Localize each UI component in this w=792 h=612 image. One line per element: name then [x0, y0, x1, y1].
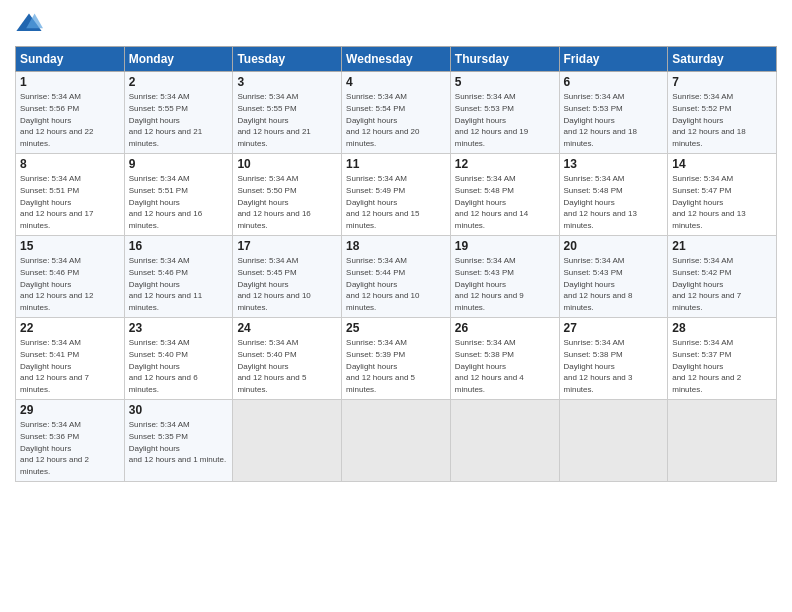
weekday-header-row: SundayMondayTuesdayWednesdayThursdayFrid…: [16, 47, 777, 72]
calendar-cell: 13 Sunrise: 5:34 AMSunset: 5:48 PMDaylig…: [559, 153, 668, 235]
day-number: 21: [672, 239, 772, 253]
header: [15, 10, 777, 38]
day-number: 11: [346, 157, 446, 171]
day-detail: Sunrise: 5:34 AMSunset: 5:48 PMDaylight …: [564, 174, 637, 230]
calendar-cell: 20 Sunrise: 5:34 AMSunset: 5:43 PMDaylig…: [559, 235, 668, 317]
day-number: 14: [672, 157, 772, 171]
day-detail: Sunrise: 5:34 AMSunset: 5:36 PMDaylight …: [20, 420, 89, 476]
day-number: 1: [20, 75, 120, 89]
day-detail: Sunrise: 5:34 AMSunset: 5:40 PMDaylight …: [129, 338, 198, 394]
day-number: 23: [129, 321, 229, 335]
calendar-cell: 27 Sunrise: 5:34 AMSunset: 5:38 PMDaylig…: [559, 317, 668, 399]
day-number: 29: [20, 403, 120, 417]
calendar-cell: 4 Sunrise: 5:34 AMSunset: 5:54 PMDayligh…: [342, 72, 451, 154]
calendar-cell: 19 Sunrise: 5:34 AMSunset: 5:43 PMDaylig…: [450, 235, 559, 317]
day-detail: Sunrise: 5:34 AMSunset: 5:45 PMDaylight …: [237, 256, 310, 312]
calendar-cell: 25 Sunrise: 5:34 AMSunset: 5:39 PMDaylig…: [342, 317, 451, 399]
calendar-week-row: 1 Sunrise: 5:34 AMSunset: 5:56 PMDayligh…: [16, 72, 777, 154]
day-detail: Sunrise: 5:34 AMSunset: 5:55 PMDaylight …: [129, 92, 202, 148]
calendar-cell: 21 Sunrise: 5:34 AMSunset: 5:42 PMDaylig…: [668, 235, 777, 317]
calendar-cell: [668, 399, 777, 481]
weekday-header: Saturday: [668, 47, 777, 72]
weekday-header: Monday: [124, 47, 233, 72]
calendar-cell: [559, 399, 668, 481]
day-detail: Sunrise: 5:34 AMSunset: 5:44 PMDaylight …: [346, 256, 419, 312]
calendar-week-row: 29 Sunrise: 5:34 AMSunset: 5:36 PMDaylig…: [16, 399, 777, 481]
day-detail: Sunrise: 5:34 AMSunset: 5:35 PMDaylight …: [129, 420, 226, 464]
calendar-cell: 22 Sunrise: 5:34 AMSunset: 5:41 PMDaylig…: [16, 317, 125, 399]
day-detail: Sunrise: 5:34 AMSunset: 5:51 PMDaylight …: [20, 174, 93, 230]
day-number: 28: [672, 321, 772, 335]
weekday-header: Sunday: [16, 47, 125, 72]
calendar-cell: 12 Sunrise: 5:34 AMSunset: 5:48 PMDaylig…: [450, 153, 559, 235]
day-number: 3: [237, 75, 337, 89]
day-detail: Sunrise: 5:34 AMSunset: 5:46 PMDaylight …: [20, 256, 93, 312]
calendar-cell: 28 Sunrise: 5:34 AMSunset: 5:37 PMDaylig…: [668, 317, 777, 399]
calendar-cell: 6 Sunrise: 5:34 AMSunset: 5:53 PMDayligh…: [559, 72, 668, 154]
day-number: 30: [129, 403, 229, 417]
day-detail: Sunrise: 5:34 AMSunset: 5:38 PMDaylight …: [455, 338, 524, 394]
calendar-cell: 15 Sunrise: 5:34 AMSunset: 5:46 PMDaylig…: [16, 235, 125, 317]
calendar-cell: 3 Sunrise: 5:34 AMSunset: 5:55 PMDayligh…: [233, 72, 342, 154]
day-detail: Sunrise: 5:34 AMSunset: 5:49 PMDaylight …: [346, 174, 419, 230]
calendar-cell: [450, 399, 559, 481]
calendar-cell: 1 Sunrise: 5:34 AMSunset: 5:56 PMDayligh…: [16, 72, 125, 154]
calendar-cell: [342, 399, 451, 481]
weekday-header: Tuesday: [233, 47, 342, 72]
day-number: 10: [237, 157, 337, 171]
day-detail: Sunrise: 5:34 AMSunset: 5:43 PMDaylight …: [564, 256, 633, 312]
weekday-header: Friday: [559, 47, 668, 72]
logo: [15, 10, 47, 38]
day-number: 25: [346, 321, 446, 335]
calendar-cell: 26 Sunrise: 5:34 AMSunset: 5:38 PMDaylig…: [450, 317, 559, 399]
day-number: 17: [237, 239, 337, 253]
calendar-cell: 7 Sunrise: 5:34 AMSunset: 5:52 PMDayligh…: [668, 72, 777, 154]
calendar-cell: 30 Sunrise: 5:34 AMSunset: 5:35 PMDaylig…: [124, 399, 233, 481]
calendar-cell: 18 Sunrise: 5:34 AMSunset: 5:44 PMDaylig…: [342, 235, 451, 317]
day-detail: Sunrise: 5:34 AMSunset: 5:48 PMDaylight …: [455, 174, 528, 230]
calendar-cell: 11 Sunrise: 5:34 AMSunset: 5:49 PMDaylig…: [342, 153, 451, 235]
day-detail: Sunrise: 5:34 AMSunset: 5:42 PMDaylight …: [672, 256, 741, 312]
day-detail: Sunrise: 5:34 AMSunset: 5:41 PMDaylight …: [20, 338, 89, 394]
day-number: 26: [455, 321, 555, 335]
day-number: 18: [346, 239, 446, 253]
weekday-header: Wednesday: [342, 47, 451, 72]
day-number: 24: [237, 321, 337, 335]
day-number: 12: [455, 157, 555, 171]
day-detail: Sunrise: 5:34 AMSunset: 5:55 PMDaylight …: [237, 92, 310, 148]
calendar-cell: 14 Sunrise: 5:34 AMSunset: 5:47 PMDaylig…: [668, 153, 777, 235]
calendar-week-row: 22 Sunrise: 5:34 AMSunset: 5:41 PMDaylig…: [16, 317, 777, 399]
day-number: 27: [564, 321, 664, 335]
day-detail: Sunrise: 5:34 AMSunset: 5:51 PMDaylight …: [129, 174, 202, 230]
calendar-cell: 5 Sunrise: 5:34 AMSunset: 5:53 PMDayligh…: [450, 72, 559, 154]
day-number: 19: [455, 239, 555, 253]
calendar-cell: 23 Sunrise: 5:34 AMSunset: 5:40 PMDaylig…: [124, 317, 233, 399]
day-number: 9: [129, 157, 229, 171]
day-number: 2: [129, 75, 229, 89]
day-number: 8: [20, 157, 120, 171]
day-number: 4: [346, 75, 446, 89]
calendar-cell: 17 Sunrise: 5:34 AMSunset: 5:45 PMDaylig…: [233, 235, 342, 317]
day-number: 15: [20, 239, 120, 253]
day-number: 13: [564, 157, 664, 171]
day-detail: Sunrise: 5:34 AMSunset: 5:52 PMDaylight …: [672, 92, 745, 148]
day-detail: Sunrise: 5:34 AMSunset: 5:53 PMDaylight …: [455, 92, 528, 148]
day-detail: Sunrise: 5:34 AMSunset: 5:46 PMDaylight …: [129, 256, 202, 312]
calendar-cell: 8 Sunrise: 5:34 AMSunset: 5:51 PMDayligh…: [16, 153, 125, 235]
day-detail: Sunrise: 5:34 AMSunset: 5:53 PMDaylight …: [564, 92, 637, 148]
calendar-cell: 16 Sunrise: 5:34 AMSunset: 5:46 PMDaylig…: [124, 235, 233, 317]
calendar-cell: 24 Sunrise: 5:34 AMSunset: 5:40 PMDaylig…: [233, 317, 342, 399]
day-number: 5: [455, 75, 555, 89]
day-number: 16: [129, 239, 229, 253]
day-detail: Sunrise: 5:34 AMSunset: 5:37 PMDaylight …: [672, 338, 741, 394]
day-detail: Sunrise: 5:34 AMSunset: 5:54 PMDaylight …: [346, 92, 419, 148]
calendar-table: SundayMondayTuesdayWednesdayThursdayFrid…: [15, 46, 777, 482]
logo-icon: [15, 10, 43, 38]
calendar-cell: 29 Sunrise: 5:34 AMSunset: 5:36 PMDaylig…: [16, 399, 125, 481]
calendar-cell: 10 Sunrise: 5:34 AMSunset: 5:50 PMDaylig…: [233, 153, 342, 235]
calendar-cell: 2 Sunrise: 5:34 AMSunset: 5:55 PMDayligh…: [124, 72, 233, 154]
day-detail: Sunrise: 5:34 AMSunset: 5:38 PMDaylight …: [564, 338, 633, 394]
day-detail: Sunrise: 5:34 AMSunset: 5:43 PMDaylight …: [455, 256, 524, 312]
weekday-header: Thursday: [450, 47, 559, 72]
day-number: 22: [20, 321, 120, 335]
